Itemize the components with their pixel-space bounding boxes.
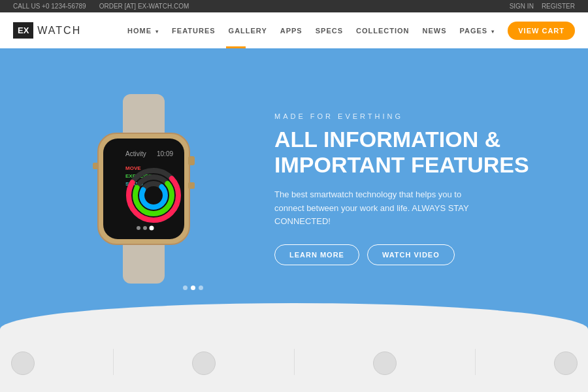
- dot-2[interactable]: [191, 286, 195, 290]
- view-cart-button[interactable]: VIEW CART: [508, 22, 575, 40]
- svg-text:Activity: Activity: [125, 150, 146, 157]
- logo[interactable]: EX WATCH: [13, 22, 81, 39]
- svg-point-19: [137, 226, 140, 230]
- svg-rect-4: [188, 182, 195, 189]
- bottom-item-specs[interactable]: [373, 351, 397, 375]
- nav-collection[interactable]: COLLECTION: [350, 27, 416, 35]
- nav-gallery[interactable]: GALLERY: [222, 27, 274, 35]
- bottom-item-gallery[interactable]: [554, 351, 578, 375]
- signin-link[interactable]: SIGN IN: [510, 3, 534, 10]
- hero-dots: [183, 286, 203, 290]
- bottom-divider-3: [475, 349, 476, 375]
- watch-icon-circle: [11, 351, 35, 375]
- nav-home[interactable]: HOME ▾: [121, 27, 165, 35]
- svg-text:10:09: 10:09: [157, 150, 173, 157]
- home-dropdown-arrow: ▾: [155, 29, 159, 35]
- main-nav: HOME ▾ FEATURES GALLERY APPS SPECS COLLE…: [121, 22, 575, 40]
- hero-section: Activity 10:09 MOVE EXERCISE STAND: [0, 48, 588, 329]
- svg-rect-5: [93, 163, 98, 169]
- dot-1[interactable]: [183, 286, 188, 290]
- bottom-item-features[interactable]: [192, 351, 216, 375]
- hero-title: ALL INFORMATION & IMPORTANT FEATURES: [274, 127, 562, 178]
- nav-pages[interactable]: PAGES ▾: [453, 27, 502, 35]
- hero-eyebrow: MADE FOR EVERTHING: [274, 112, 562, 120]
- learn-more-button[interactable]: LEARN MORE: [274, 244, 359, 265]
- top-bar-left: CALL US +0 1234-56789 ORDER [AT] EX-WATC…: [13, 3, 189, 10]
- gallery-icon-circle: [554, 351, 578, 375]
- bottom-section: [0, 329, 588, 382]
- logo-text: WATCH: [37, 25, 81, 37]
- svg-text:MOVE: MOVE: [125, 165, 141, 171]
- register-link[interactable]: REGISTER: [542, 3, 575, 10]
- header: EX WATCH HOME ▾ FEATURES GALLERY APPS SP…: [0, 12, 588, 48]
- hero-content: MADE FOR EVERTHING ALL INFORMATION & IMP…: [248, 112, 588, 266]
- nav-news[interactable]: NEWS: [416, 27, 453, 35]
- bottom-divider-2: [294, 349, 295, 375]
- logo-box: EX: [13, 22, 33, 39]
- dot-3[interactable]: [199, 286, 203, 290]
- hero-description: The best smartwatch technology that help…: [274, 188, 470, 229]
- pages-dropdown-arrow: ▾: [491, 29, 495, 35]
- top-bar-right[interactable]: SIGN IN REGISTER: [510, 3, 575, 10]
- watch-container: Activity 10:09 MOVE EXERCISE STAND: [39, 84, 248, 293]
- bottom-divider-1: [113, 349, 114, 375]
- specs-icon-circle: [373, 351, 397, 375]
- email-label: ORDER [AT] EX-WATCH.COM: [99, 3, 189, 10]
- watch-svg: Activity 10:09 MOVE EXERCISE STAND: [78, 94, 209, 284]
- nav-specs[interactable]: SPECS: [309, 27, 350, 35]
- phone-label: CALL US +0 1234-56789: [13, 3, 86, 10]
- watch-video-button[interactable]: WATCH VIDEO: [367, 244, 455, 265]
- svg-rect-3: [188, 156, 195, 165]
- hero-buttons: LEARN MORE WATCH VIDEO: [274, 244, 562, 265]
- nav-apps[interactable]: APPS: [274, 27, 309, 35]
- svg-point-21: [150, 226, 154, 231]
- bottom-item-watch[interactable]: [11, 351, 35, 375]
- features-icon-circle: [192, 351, 216, 375]
- hero-title-line2: IMPORTANT FEATURES: [274, 152, 529, 177]
- nav-features[interactable]: FEATURES: [165, 27, 221, 35]
- svg-point-20: [143, 226, 147, 230]
- top-bar: CALL US +0 1234-56789 ORDER [AT] EX-WATC…: [0, 0, 588, 12]
- hero-title-line1: ALL INFORMATION &: [274, 127, 500, 152]
